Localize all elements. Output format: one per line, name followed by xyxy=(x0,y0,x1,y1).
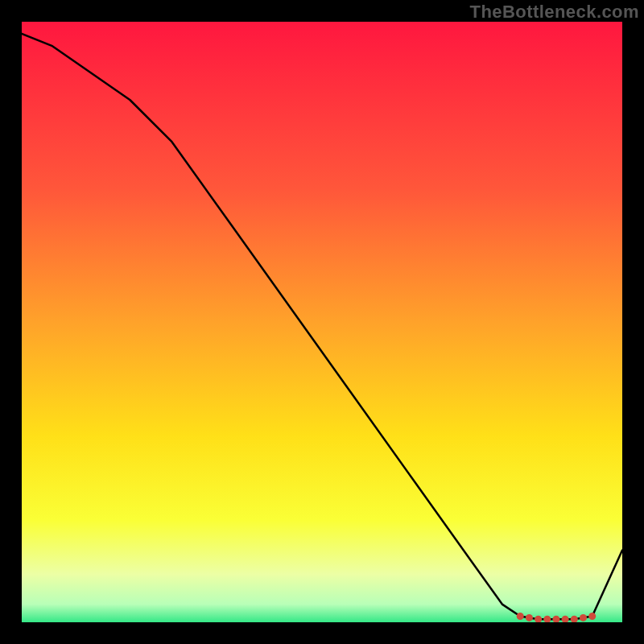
marker-dot xyxy=(580,614,587,621)
marker-dot xyxy=(517,613,524,620)
marker-dot xyxy=(562,616,569,623)
marker-dot xyxy=(535,616,542,623)
plot-background-gradient xyxy=(22,22,622,622)
marker-dot xyxy=(571,616,578,623)
marker-dot xyxy=(526,614,533,621)
marker-dot xyxy=(588,613,596,620)
chart-root: TheBottleneck.com xyxy=(0,0,644,644)
chart-svg xyxy=(0,0,644,644)
marker-dot xyxy=(552,616,559,623)
marker-dot xyxy=(543,616,551,623)
